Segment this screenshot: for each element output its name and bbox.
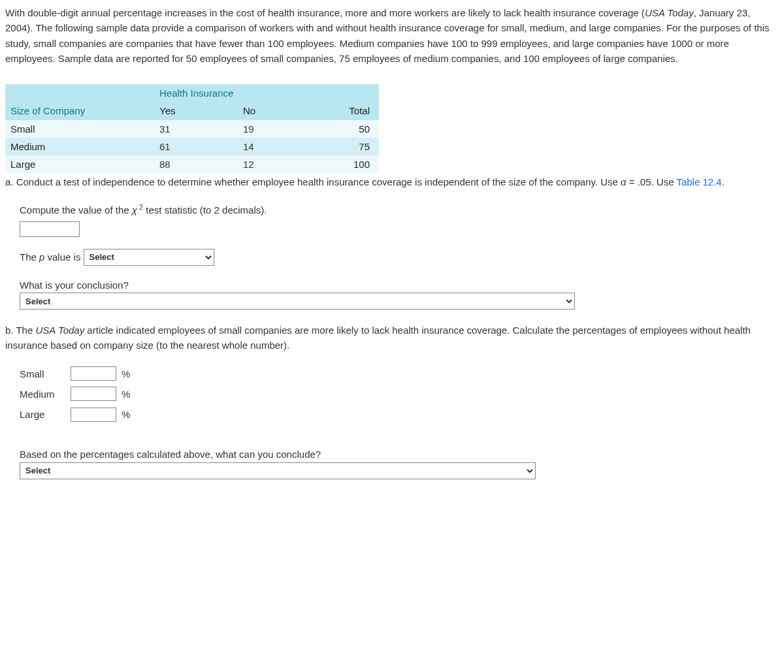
cell: 50	[308, 120, 379, 138]
pct-row-large: Large %	[20, 407, 779, 422]
pct-sign: %	[122, 366, 130, 381]
table-row: Large 88 12 100	[5, 155, 379, 173]
conclusion-block: What is your conclusion? Select	[20, 278, 779, 310]
partb-conclude-select[interactable]: Select	[20, 462, 536, 479]
partb-conclude-question: Based on the percentages calculated abov…	[20, 447, 779, 462]
table-row: Small 31 19 50	[5, 120, 379, 138]
pct-label: Large	[20, 407, 65, 422]
pct-label: Small	[20, 366, 65, 381]
cell: 31	[154, 120, 238, 138]
table-row: Medium 61 14 75	[5, 138, 379, 155]
small-pct-input[interactable]	[71, 366, 116, 381]
cell: 75	[308, 138, 379, 155]
col-size: Size of Company	[5, 102, 154, 120]
table-super-header: Health Insurance	[154, 84, 308, 102]
row-name: Medium	[5, 138, 154, 155]
conclusion-question: What is your conclusion?	[20, 278, 779, 293]
part-a-prefix: a.	[5, 176, 14, 187]
part-b: b. The USA Today article indicated emplo…	[5, 323, 779, 353]
pct-row-small: Small %	[20, 366, 779, 381]
row-name: Large	[5, 155, 154, 173]
compute-prompt: Compute the value of the χ 2 test statis…	[20, 202, 779, 237]
chi-square-input[interactable]	[20, 221, 80, 237]
col-yes: Yes	[154, 102, 238, 120]
partb-conclude-block: Based on the percentages calculated abov…	[20, 447, 779, 479]
pvalue-select[interactable]: Select	[84, 249, 214, 266]
cell: 14	[238, 138, 308, 155]
cell: 12	[238, 155, 308, 173]
cell: 19	[238, 120, 308, 138]
col-no: No	[238, 102, 308, 120]
conclusion-select[interactable]: Select	[20, 293, 575, 310]
cell: 100	[308, 155, 379, 173]
medium-pct-input[interactable]	[71, 387, 116, 401]
row-name: Small	[5, 120, 154, 138]
pct-sign: %	[122, 407, 130, 422]
col-total: Total	[308, 102, 379, 120]
pvalue-row: The p value is Select	[20, 249, 779, 266]
cell: 88	[154, 155, 238, 173]
cell: 61	[154, 138, 238, 155]
pct-label: Medium	[20, 387, 65, 402]
pct-row-medium: Medium %	[20, 387, 779, 402]
part-a: a. Conduct a test of independence to det…	[5, 174, 779, 189]
intro-text-a: With double-digit annual percentage incr…	[5, 7, 645, 18]
data-table: Health Insurance Size of Company Yes No …	[5, 84, 379, 173]
part-b-text: The USA Today article indicated employee…	[5, 325, 751, 351]
large-pct-input[interactable]	[71, 408, 116, 422]
table-link[interactable]: Table 12.4	[676, 176, 721, 187]
intro-citation: USA Today	[645, 7, 694, 18]
intro-paragraph: With double-digit annual percentage incr…	[5, 5, 779, 66]
pct-sign: %	[122, 387, 130, 402]
part-b-prefix: b.	[5, 325, 14, 336]
part-a-text: Conduct a test of independence to determ…	[16, 176, 725, 187]
